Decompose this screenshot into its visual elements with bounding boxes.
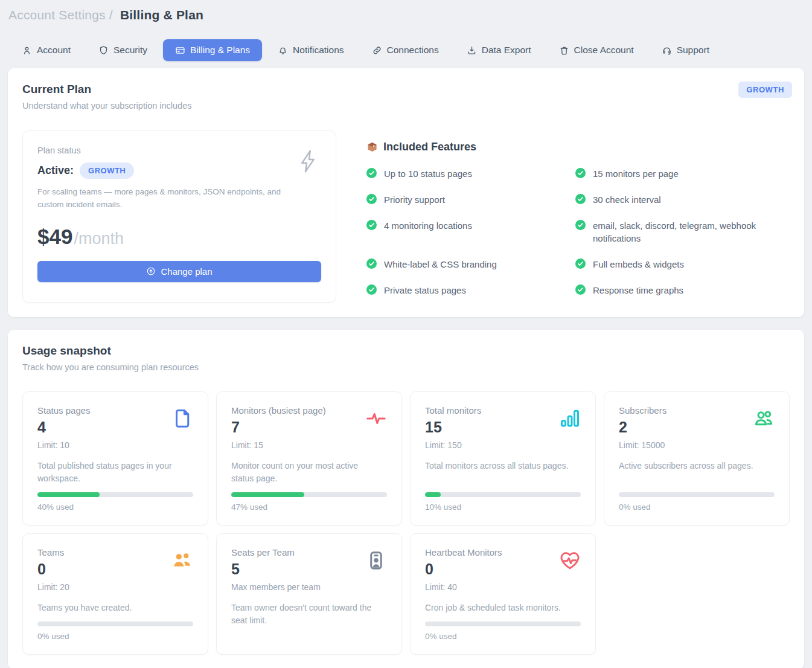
feature-label: White-label & CSS branding [384, 258, 497, 271]
check-circle-icon [575, 284, 586, 295]
card-title: Total monitors [425, 405, 481, 416]
card-title: Status pages [37, 405, 91, 416]
usage-card-teams: Teams 0 Limit: 20 Teams you have created… [22, 533, 208, 655]
pulse-icon [365, 408, 387, 429]
features-title: Included Features [383, 141, 476, 153]
check-circle-icon [575, 220, 586, 230]
breadcrumb-section: Account Settings / [8, 8, 113, 22]
breadcrumb: Account Settings / Billing & Plan [0, 0, 812, 22]
card-title: Heartbeat Monitors [425, 547, 502, 557]
plan-period: /month [74, 230, 124, 248]
percent-used-label: 0% used [37, 632, 193, 641]
headset-icon [662, 45, 672, 56]
link-icon [372, 45, 382, 56]
package-icon [366, 141, 378, 153]
heart-pulse-icon [559, 550, 581, 571]
plan-description: For scaling teams — more pages & monitor… [37, 186, 285, 211]
feature-label: 30 check interval [593, 193, 661, 207]
feature-label: Full embeds & widgets [593, 258, 684, 271]
tab-notifications[interactable]: Notifications [278, 45, 344, 56]
tab-label: Support [677, 45, 709, 56]
current-plan-section: Current Plan Understand what your subscr… [8, 68, 804, 317]
progress-track [619, 492, 775, 497]
usage-card-heartbeat-monitors: Heartbeat Monitors 0 Limit: 40 Cron job … [410, 533, 596, 655]
check-circle-icon [366, 220, 377, 230]
progress-track [425, 621, 581, 626]
tab-account[interactable]: Account [22, 45, 71, 56]
download-icon [467, 45, 477, 56]
teams-icon [171, 550, 193, 571]
tab-security[interactable]: Security [98, 45, 147, 56]
percent-used-label: 47% used [231, 503, 387, 512]
tab-label: Security [113, 45, 147, 56]
usage-grid: Status pages 4 Limit: 10 Total published… [22, 391, 790, 655]
feature-label: Response time graphs [593, 284, 683, 297]
progress-fill [425, 492, 441, 497]
card-value: 0 [37, 560, 69, 578]
card-limit: Limit: 15000 [619, 440, 667, 450]
change-plan-label: Change plan [161, 266, 212, 277]
card-top: Subscribers 2 Limit: 15000 [619, 405, 775, 450]
card-title: Seats per Team [231, 547, 321, 557]
tab-label: Account [37, 45, 71, 56]
progress-track [37, 492, 193, 497]
feature-label: email, slack, discord, telegram, webhook… [593, 219, 772, 246]
person-icon [22, 45, 32, 56]
tab-support[interactable]: Support [662, 45, 709, 56]
card-description: Total monitors across all status pages. [425, 460, 581, 485]
feature-item: Full embeds & widgets [575, 258, 772, 271]
breadcrumb-page: Billing & Plan [120, 8, 203, 22]
card-value: 0 [425, 560, 502, 578]
percent-used-label: 40% used [37, 503, 193, 512]
progress-fill [231, 492, 304, 497]
card-value: 15 [425, 419, 481, 436]
percent-used-label: 0% used [619, 503, 775, 512]
feature-item: Response time graphs [575, 284, 772, 297]
plan-tier-badge: GROWTH [738, 82, 792, 98]
card-limit: Limit: 40 [425, 582, 502, 592]
tab-connections[interactable]: Connections [372, 45, 439, 56]
tab-close-account[interactable]: Close Account [559, 45, 634, 56]
feature-label: Up to 10 status pages [384, 167, 472, 181]
check-circle-icon [366, 194, 377, 204]
current-plan-title: Current Plan [22, 83, 790, 96]
card-value: 2 [619, 419, 667, 436]
card-limit: Limit: 20 [37, 582, 69, 592]
feature-item: Priority support [366, 193, 566, 207]
plan-price-row: $49 /month [37, 225, 321, 249]
check-circle-icon [575, 194, 586, 204]
tab-label: Data Export [482, 45, 531, 56]
usage-card-subscribers: Subscribers 2 Limit: 15000 Active subscr… [604, 391, 790, 525]
shield-icon [98, 45, 109, 56]
card-value: 4 [37, 419, 91, 436]
feature-item: 15 monitors per page [575, 167, 772, 181]
usage-snapshot-section: Usage snapshot Track how you are consumi… [8, 330, 804, 668]
trash-icon [559, 45, 569, 56]
change-plan-button[interactable]: Change plan [37, 261, 321, 282]
percent-used-label: 10% used [425, 503, 581, 512]
feature-label: 4 monitoring locations [384, 219, 472, 233]
feature-grid: Up to 10 status pages 15 monitors per pa… [366, 167, 790, 297]
card-description: Teams you have created. [37, 602, 193, 614]
card-top: Status pages 4 Limit: 10 [37, 405, 193, 450]
card-limit: Max members per team [231, 582, 321, 592]
tab-label: Notifications [293, 45, 344, 56]
tab-label: Billing & Plans [190, 45, 250, 56]
tab-billing-plans[interactable]: Billing & Plans [163, 39, 262, 61]
card-description: Active subscribers across all pages. [619, 460, 775, 485]
card-top: Seats per Team 5 Max members per team [231, 547, 387, 592]
card-description: Team owner doesn't count toward the seat… [231, 602, 387, 641]
id-badge-icon [365, 550, 387, 571]
usage-card-seats-per-team: Seats per Team 5 Max members per team Te… [216, 533, 402, 655]
check-circle-icon [575, 259, 586, 269]
plan-row: Plan status Active: GROWTH For scaling t… [22, 130, 790, 303]
tab-data-export[interactable]: Data Export [467, 45, 531, 56]
card-top: Total monitors 15 Limit: 150 [425, 405, 581, 450]
plan-badge: GROWTH [80, 162, 134, 179]
card-top: Heartbeat Monitors 0 Limit: 40 [425, 547, 581, 592]
card-limit: Limit: 150 [425, 440, 481, 450]
feature-item: Up to 10 status pages [366, 167, 566, 181]
tab-label: Connections [387, 45, 439, 56]
card-top: Teams 0 Limit: 20 [37, 547, 193, 592]
check-circle-icon [366, 259, 377, 269]
